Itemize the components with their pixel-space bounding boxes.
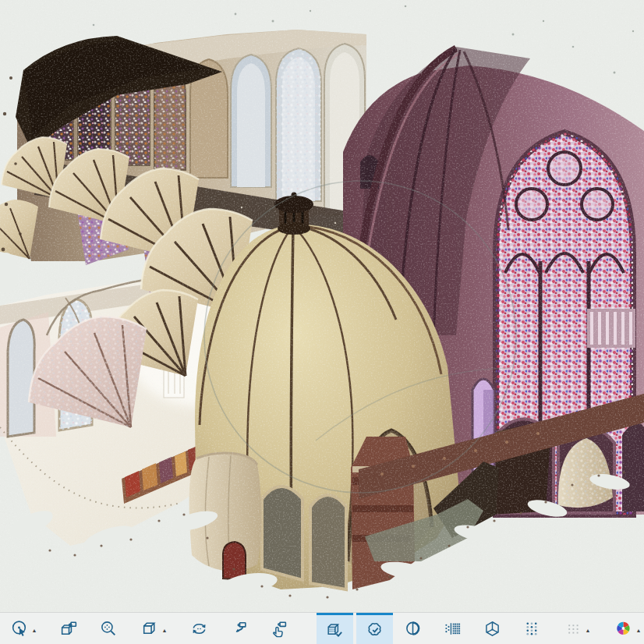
orbit-cursor-icon — [10, 619, 30, 639]
faint-grid-icon — [564, 619, 583, 639]
toolbar-clip-volume-button[interactable] — [396, 613, 429, 644]
camera-pointer-icon — [269, 619, 288, 639]
dropdown-arrow-icon: ▲ — [32, 628, 37, 633]
noise-overlay-dark — [0, 0, 644, 612]
toolbar-view-previous-button[interactable] — [222, 613, 255, 644]
hexagon-axes-icon — [483, 619, 502, 639]
toolbar-walk-button[interactable] — [262, 613, 295, 644]
cube-icon — [140, 619, 160, 639]
color-wheel-icon — [614, 619, 634, 639]
cloud-check-icon — [365, 620, 384, 639]
toolbar-view-orbit-button[interactable]: ▲ — [2, 613, 45, 644]
point-cloud-scene — [0, 0, 644, 612]
toolbar-view-axes-button[interactable] — [476, 613, 508, 644]
dropdown-arrow-icon: ▲ — [586, 628, 591, 633]
toolbar-point-cloud-display-button[interactable] — [356, 613, 393, 644]
cube-camera-icon — [59, 619, 79, 639]
dots-grid-icon — [443, 619, 462, 639]
dropdown-arrow-icon: ▲ — [162, 628, 168, 633]
toolbar-zoom-button[interactable] — [92, 613, 125, 644]
toolbar-display-style-button[interactable] — [317, 613, 353, 644]
toolbar-group-display: ▲▲ — [317, 613, 644, 644]
toolbar-point-size-button[interactable] — [515, 613, 548, 644]
dot-matrix-icon — [522, 619, 542, 639]
toolbar-standard-views-button[interactable]: ▲ — [132, 613, 175, 644]
rotate-arrows-icon — [189, 619, 209, 639]
camera-back-arrow-icon — [229, 619, 249, 639]
toolbar-pan-view-button[interactable] — [52, 613, 85, 644]
toolbar-rotate-view-button[interactable] — [182, 613, 215, 644]
application-window: ▲▲▲▲ — [0, 0, 644, 644]
toolbar-grid-display-button[interactable]: ▲ — [555, 613, 599, 644]
shaded-cube-check-icon — [325, 620, 345, 639]
view-toolbar: ▲▲▲▲ — [0, 612, 644, 644]
viewport-3d[interactable] — [0, 0, 644, 612]
toolbar-color-mode-button[interactable]: ▲ — [606, 613, 644, 644]
dropdown-arrow-icon: ▲ — [636, 628, 642, 633]
magnifier-icon — [99, 619, 119, 639]
toolbar-group-view-navigation: ▲▲ — [2, 613, 302, 644]
split-circle-icon — [403, 619, 423, 639]
toolbar-point-density-button[interactable] — [436, 613, 469, 644]
